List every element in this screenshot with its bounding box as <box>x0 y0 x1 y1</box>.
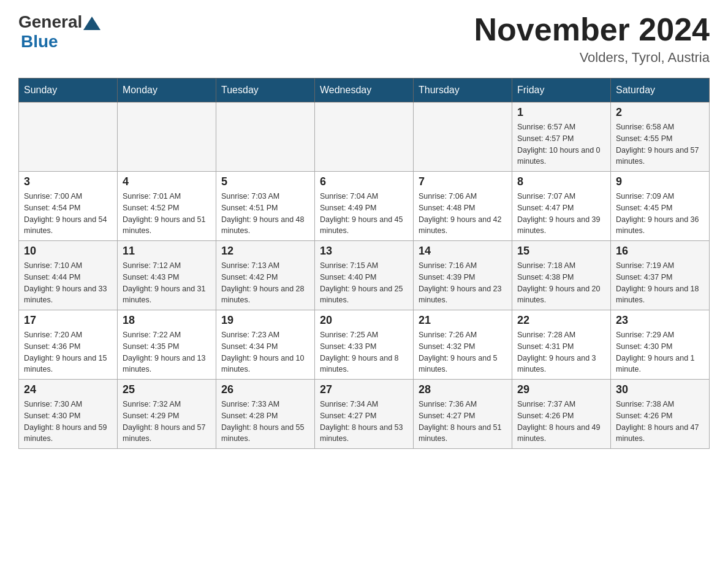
month-title: November 2024 <box>474 12 710 47</box>
day-number: 17 <box>24 314 112 327</box>
day-number: 12 <box>221 245 309 258</box>
day-cell: 15Sunrise: 7:18 AMSunset: 4:38 PMDayligh… <box>512 241 611 310</box>
header-thursday: Thursday <box>414 79 512 102</box>
day-cell: 2Sunrise: 6:58 AMSunset: 4:55 PMDaylight… <box>611 102 710 172</box>
day-cell: 24Sunrise: 7:30 AMSunset: 4:30 PMDayligh… <box>19 380 118 449</box>
day-cell: 23Sunrise: 7:29 AMSunset: 4:30 PMDayligh… <box>611 310 710 380</box>
day-cell: 12Sunrise: 7:13 AMSunset: 4:42 PMDayligh… <box>216 241 315 310</box>
day-number: 9 <box>616 175 704 188</box>
day-cell: 5Sunrise: 7:03 AMSunset: 4:51 PMDaylight… <box>216 172 315 241</box>
day-number: 6 <box>320 175 408 188</box>
day-info: Sunrise: 7:03 AMSunset: 4:51 PMDaylight:… <box>221 191 309 237</box>
header-sunday: Sunday <box>19 79 118 102</box>
day-info: Sunrise: 7:23 AMSunset: 4:34 PMDaylight:… <box>221 329 309 375</box>
day-cell: 28Sunrise: 7:36 AMSunset: 4:27 PMDayligh… <box>414 380 512 449</box>
day-number: 22 <box>517 314 605 327</box>
day-number: 23 <box>616 314 704 327</box>
day-number: 4 <box>123 175 211 188</box>
day-info: Sunrise: 7:01 AMSunset: 4:52 PMDaylight:… <box>123 191 211 237</box>
day-info: Sunrise: 7:07 AMSunset: 4:47 PMDaylight:… <box>517 191 605 237</box>
day-info: Sunrise: 7:32 AMSunset: 4:29 PMDaylight:… <box>123 399 211 445</box>
header-saturday: Saturday <box>611 79 710 102</box>
day-number: 30 <box>616 383 704 396</box>
title-section: November 2024 Volders, Tyrol, Austria <box>474 12 710 66</box>
day-cell <box>19 102 118 172</box>
logo-triangle-icon <box>83 17 100 30</box>
week-row-1: 1Sunrise: 6:57 AMSunset: 4:57 PMDaylight… <box>19 102 710 172</box>
day-cell: 17Sunrise: 7:20 AMSunset: 4:36 PMDayligh… <box>19 310 118 380</box>
day-number: 11 <box>123 245 211 258</box>
day-cell: 27Sunrise: 7:34 AMSunset: 4:27 PMDayligh… <box>315 380 414 449</box>
day-number: 18 <box>123 314 211 327</box>
day-info: Sunrise: 7:15 AMSunset: 4:40 PMDaylight:… <box>320 260 408 306</box>
logo-general-text: General <box>18 12 82 32</box>
day-cell: 18Sunrise: 7:22 AMSunset: 4:35 PMDayligh… <box>118 310 216 380</box>
day-number: 19 <box>221 314 309 327</box>
day-cell: 6Sunrise: 7:04 AMSunset: 4:49 PMDaylight… <box>315 172 414 241</box>
day-number: 16 <box>616 245 704 258</box>
day-cell: 29Sunrise: 7:37 AMSunset: 4:26 PMDayligh… <box>512 380 611 449</box>
day-info: Sunrise: 7:00 AMSunset: 4:54 PMDaylight:… <box>24 191 112 237</box>
day-number: 20 <box>320 314 408 327</box>
day-number: 10 <box>24 245 112 258</box>
day-info: Sunrise: 7:10 AMSunset: 4:44 PMDaylight:… <box>24 260 112 306</box>
day-cell: 9Sunrise: 7:09 AMSunset: 4:45 PMDaylight… <box>611 172 710 241</box>
day-info: Sunrise: 7:38 AMSunset: 4:26 PMDaylight:… <box>616 399 704 445</box>
day-cell: 8Sunrise: 7:07 AMSunset: 4:47 PMDaylight… <box>512 172 611 241</box>
day-info: Sunrise: 7:22 AMSunset: 4:35 PMDaylight:… <box>123 329 211 375</box>
day-cell: 7Sunrise: 7:06 AMSunset: 4:48 PMDaylight… <box>414 172 512 241</box>
day-info: Sunrise: 7:18 AMSunset: 4:38 PMDaylight:… <box>517 260 605 306</box>
day-info: Sunrise: 7:36 AMSunset: 4:27 PMDaylight:… <box>419 399 507 445</box>
logo: General Blue <box>18 12 100 52</box>
day-number: 7 <box>419 175 507 188</box>
day-number: 24 <box>24 383 112 396</box>
day-cell <box>315 102 414 172</box>
day-cell: 14Sunrise: 7:16 AMSunset: 4:39 PMDayligh… <box>414 241 512 310</box>
day-number: 27 <box>320 383 408 396</box>
day-info: Sunrise: 7:16 AMSunset: 4:39 PMDaylight:… <box>419 260 507 306</box>
header-tuesday: Tuesday <box>216 79 315 102</box>
day-cell <box>118 102 216 172</box>
day-cell: 3Sunrise: 7:00 AMSunset: 4:54 PMDaylight… <box>19 172 118 241</box>
header-friday: Friday <box>512 79 611 102</box>
logo-blue-text: Blue <box>21 32 100 52</box>
day-number: 28 <box>419 383 507 396</box>
header-monday: Monday <box>118 79 216 102</box>
day-number: 13 <box>320 245 408 258</box>
week-row-2: 3Sunrise: 7:00 AMSunset: 4:54 PMDaylight… <box>19 172 710 241</box>
day-info: Sunrise: 7:12 AMSunset: 4:43 PMDaylight:… <box>123 260 211 306</box>
day-number: 29 <box>517 383 605 396</box>
day-number: 2 <box>616 106 704 119</box>
day-cell: 16Sunrise: 7:19 AMSunset: 4:37 PMDayligh… <box>611 241 710 310</box>
week-row-5: 24Sunrise: 7:30 AMSunset: 4:30 PMDayligh… <box>19 380 710 449</box>
location-subtitle: Volders, Tyrol, Austria <box>474 50 710 66</box>
day-cell: 19Sunrise: 7:23 AMSunset: 4:34 PMDayligh… <box>216 310 315 380</box>
day-number: 5 <box>221 175 309 188</box>
day-cell: 1Sunrise: 6:57 AMSunset: 4:57 PMDaylight… <box>512 102 611 172</box>
day-number: 25 <box>123 383 211 396</box>
day-number: 1 <box>517 106 605 119</box>
day-info: Sunrise: 7:28 AMSunset: 4:31 PMDaylight:… <box>517 329 605 375</box>
day-number: 3 <box>24 175 112 188</box>
day-cell: 10Sunrise: 7:10 AMSunset: 4:44 PMDayligh… <box>19 241 118 310</box>
week-row-3: 10Sunrise: 7:10 AMSunset: 4:44 PMDayligh… <box>19 241 710 310</box>
day-info: Sunrise: 7:29 AMSunset: 4:30 PMDaylight:… <box>616 329 704 375</box>
day-cell: 26Sunrise: 7:33 AMSunset: 4:28 PMDayligh… <box>216 380 315 449</box>
day-number: 15 <box>517 245 605 258</box>
day-info: Sunrise: 7:30 AMSunset: 4:30 PMDaylight:… <box>24 399 112 445</box>
day-number: 26 <box>221 383 309 396</box>
calendar-table: SundayMondayTuesdayWednesdayThursdayFrid… <box>18 78 710 449</box>
day-cell: 11Sunrise: 7:12 AMSunset: 4:43 PMDayligh… <box>118 241 216 310</box>
day-cell: 25Sunrise: 7:32 AMSunset: 4:29 PMDayligh… <box>118 380 216 449</box>
day-cell: 4Sunrise: 7:01 AMSunset: 4:52 PMDaylight… <box>118 172 216 241</box>
day-info: Sunrise: 7:09 AMSunset: 4:45 PMDaylight:… <box>616 191 704 237</box>
day-cell <box>414 102 512 172</box>
day-info: Sunrise: 7:33 AMSunset: 4:28 PMDaylight:… <box>221 399 309 445</box>
day-info: Sunrise: 7:26 AMSunset: 4:32 PMDaylight:… <box>419 329 507 375</box>
day-info: Sunrise: 6:57 AMSunset: 4:57 PMDaylight:… <box>517 121 605 167</box>
page-header: General Blue November 2024 Volders, Tyro… <box>18 12 710 66</box>
day-cell: 30Sunrise: 7:38 AMSunset: 4:26 PMDayligh… <box>611 380 710 449</box>
day-info: Sunrise: 7:19 AMSunset: 4:37 PMDaylight:… <box>616 260 704 306</box>
day-info: Sunrise: 7:04 AMSunset: 4:49 PMDaylight:… <box>320 191 408 237</box>
day-cell: 21Sunrise: 7:26 AMSunset: 4:32 PMDayligh… <box>414 310 512 380</box>
